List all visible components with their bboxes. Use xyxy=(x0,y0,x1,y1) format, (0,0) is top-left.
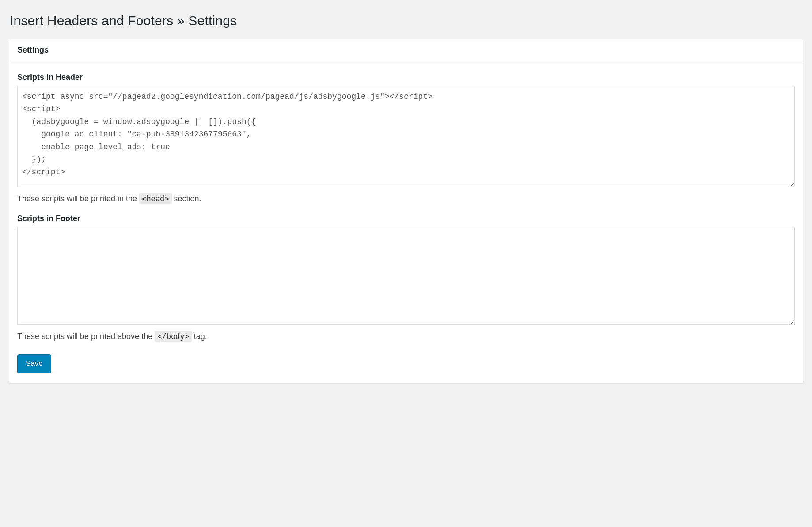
body-tag-code: </body> xyxy=(155,331,192,342)
save-button[interactable]: Save xyxy=(17,354,51,373)
settings-panel-heading: Settings xyxy=(17,45,795,55)
settings-panel-header: Settings xyxy=(9,39,803,61)
header-desc-before: These scripts will be printed in the xyxy=(17,194,139,203)
header-scripts-textarea[interactable] xyxy=(17,86,795,187)
header-desc-after: section. xyxy=(174,194,201,203)
header-scripts-description: These scripts will be printed in the <he… xyxy=(17,194,795,203)
head-tag-code: <head> xyxy=(139,193,171,204)
footer-scripts-label: Scripts in Footer xyxy=(17,214,795,223)
settings-panel: Settings Scripts in Header These scripts… xyxy=(9,39,803,383)
footer-scripts-textarea[interactable] xyxy=(17,227,795,325)
footer-desc-before: These scripts will be printed above the xyxy=(17,332,155,341)
footer-scripts-description: These scripts will be printed above the … xyxy=(17,332,795,341)
header-scripts-label: Scripts in Header xyxy=(17,73,795,82)
settings-panel-body: Scripts in Header These scripts will be … xyxy=(9,61,803,383)
page-title: Insert Headers and Footers » Settings xyxy=(10,13,803,28)
footer-desc-after: tag. xyxy=(194,332,207,341)
